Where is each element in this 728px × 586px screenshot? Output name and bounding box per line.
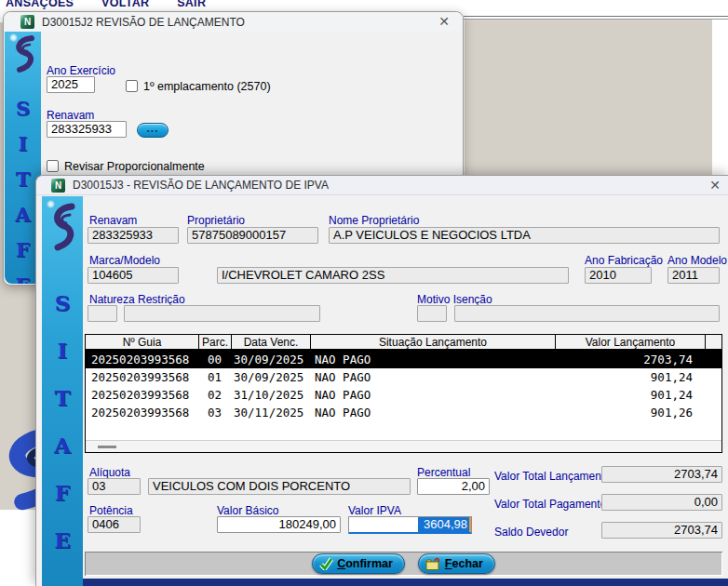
- ano-modelo-label: Ano Modelo: [667, 254, 727, 267]
- column-header-guia: Nº Guia: [86, 335, 199, 349]
- column-header-filler: [706, 335, 721, 349]
- window2-titlebar[interactable]: N D30015J3 - REVISÃO DE LANÇAMENTO DE IP…: [36, 176, 728, 195]
- table-hscrollbar[interactable]: [86, 440, 721, 452]
- folder-close-icon: [425, 557, 441, 571]
- nome-proprietario-label: Nome Proprietário: [329, 214, 419, 227]
- percentual-field[interactable]: 2,00: [417, 478, 490, 495]
- saldo-devedor-label: Saldo Devedor: [494, 526, 568, 539]
- valor-total-lancamento-label: Valor Total Lançamento: [494, 470, 611, 483]
- window2-close-icon[interactable]: ✕: [706, 177, 724, 194]
- proprietario-label: Proprietário: [187, 214, 245, 227]
- sitafe-swoosh-logo-icon: [7, 33, 39, 85]
- brand-letter: F: [16, 239, 30, 261]
- bottom-navy-strip: [83, 579, 728, 586]
- sitafe-sidebar-window2: S I T A F E: [42, 196, 83, 586]
- motivo-codigo-field[interactable]: [417, 305, 447, 322]
- brand-letter: I: [19, 133, 28, 155]
- valor-total-pagamento-label: Valor Total Pagamento: [494, 498, 606, 511]
- renavam-label: Renavam: [47, 109, 94, 122]
- marca-codigo-field[interactable]: 104605: [88, 267, 179, 284]
- column-header-data-venc: Data Venc.: [232, 335, 311, 349]
- valor-ipva-selected-text: 3604,98: [418, 517, 471, 532]
- ano-modelo-field[interactable]: 2011: [667, 267, 720, 284]
- valor-ipva-label: Valor IPVA: [348, 504, 401, 517]
- valor-basico-label: Valor Básico: [217, 504, 278, 517]
- renavam-lookup-button[interactable]: ...: [137, 123, 169, 138]
- table-row[interactable]: 20250203993568 03 30/11/2025 NAO PAGO 90…: [86, 404, 721, 421]
- ano-fabricacao-field[interactable]: 2010: [585, 267, 652, 284]
- button-bar: Confirmar Fechar: [85, 552, 722, 576]
- natureza-codigo-field[interactable]: [88, 305, 117, 322]
- column-header-valor: Valor Lançamento: [556, 335, 706, 349]
- menu-item-voltar[interactable]: VOLTAR: [101, 0, 149, 9]
- marca-descricao-field[interactable]: I/CHEVROLET CAMARO 2SS: [217, 267, 569, 284]
- check-icon: [319, 557, 333, 570]
- marca-modelo-label: Marca/Modelo: [89, 254, 160, 267]
- ano-exercicio-label: Ano Exercício: [47, 64, 115, 77]
- table-row[interactable]: 20250203993568 02 31/10/2025 NAO PAGO 90…: [86, 386, 721, 404]
- brand-letter: F: [55, 481, 70, 505]
- brand-letter: E: [54, 528, 71, 553]
- column-header-situacao: Situação Lançamento: [311, 335, 556, 349]
- hscrollbar-thumb[interactable]: [98, 446, 116, 448]
- renavam-label: Renavam: [89, 214, 137, 227]
- valor-total-pagamento-field[interactable]: 0,00: [601, 494, 722, 511]
- emplacamento-checkbox[interactable]: [126, 80, 138, 92]
- fechar-button[interactable]: Fechar: [418, 553, 495, 574]
- column-header-parc: Parc.: [199, 335, 232, 349]
- app-icon: N: [51, 179, 65, 193]
- revisar-proporcionalmente-checkbox[interactable]: [47, 160, 59, 172]
- table-empty-area: [86, 421, 721, 440]
- ano-exercicio-input[interactable]: 2025: [47, 76, 95, 93]
- nome-proprietario-field[interactable]: A.P VEICULOS E NEGOCIOS LTDA: [329, 227, 720, 244]
- window1-close-icon[interactable]: ✕: [435, 13, 453, 31]
- natureza-restricao-label: Natureza Restrição: [89, 293, 185, 306]
- aliquota-descricao-field[interactable]: VEICULOS COM DOIS PORCENTO: [148, 478, 411, 495]
- saldo-devedor-field[interactable]: 2703,74: [601, 522, 722, 539]
- window1-titlebar[interactable]: N D30015J2 REVISÃO DE LANÇAMENTO ✕: [4, 12, 463, 32]
- aliquota-codigo-field[interactable]: 03: [88, 478, 141, 495]
- natureza-descricao-field[interactable]: [124, 305, 320, 322]
- motivo-isencao-label: Motivo Isenção: [417, 293, 492, 306]
- menu-item-sair[interactable]: SAIR: [177, 0, 206, 9]
- percentual-label: Percentual: [417, 466, 470, 479]
- brand-letter: T: [16, 168, 31, 191]
- revisar-proporcionalmente-label: Revisar Proporcionalmente: [64, 160, 205, 173]
- window1-title: D30015J2 REVISÃO DE LANÇAMENTO: [42, 16, 245, 29]
- valor-ipva-field[interactable]: 3604,98: [348, 516, 472, 534]
- brand-letter: S: [16, 98, 30, 120]
- valor-total-lancamento-field[interactable]: 2703,74: [601, 466, 722, 483]
- brand-letter: S: [55, 291, 71, 315]
- main-menubar: ANSAÇÕES VOLTAR SAIR: [6, 0, 206, 10]
- aliquota-label: Alíquota: [89, 466, 130, 479]
- brand-letter: A: [54, 433, 71, 458]
- potencia-label: Potência: [89, 504, 133, 517]
- brand-letter: E: [15, 274, 30, 284]
- confirmar-button[interactable]: Confirmar: [312, 553, 405, 574]
- glint-decoration: [9, 33, 18, 42]
- menu-item-transacoes[interactable]: ANSAÇÕES: [6, 0, 74, 9]
- table-row[interactable]: 20250203993568 00 30/09/2025 NAO PAGO 27…: [86, 351, 721, 368]
- motivo-descricao-field[interactable]: [454, 305, 720, 322]
- app-icon: N: [20, 15, 34, 29]
- table-header-row: Nº Guia Parc. Data Venc. Situação Lançam…: [86, 335, 721, 351]
- table-row[interactable]: 20250203993568 01 30/09/2025 NAO PAGO 90…: [86, 368, 721, 386]
- window2-title: D30015J3 - REVISÃO DE LANÇAMENTO DE IPVA: [73, 179, 329, 192]
- brand-letter: A: [15, 204, 30, 226]
- lancamentos-table: Nº Guia Parc. Data Venc. Situação Lançam…: [85, 334, 722, 453]
- potencia-field[interactable]: 0406: [88, 516, 141, 533]
- brand-letter: I: [58, 339, 68, 363]
- sitafe-swoosh-logo-icon: [45, 200, 80, 268]
- emplacamento-checkbox-label: 1º emplacamento (2570): [143, 80, 271, 93]
- valor-basico-field[interactable]: 180249,00: [217, 516, 341, 533]
- ano-fabricacao-label: Ano Fabricação: [585, 254, 663, 267]
- desktop-background-right: [465, 20, 712, 175]
- renavam-field[interactable]: 283325933: [88, 227, 179, 244]
- brand-letter: T: [54, 386, 70, 410]
- glint-decoration: [47, 200, 55, 208]
- window-revisao-lancamento-ipva: N D30015J3 - REVISÃO DE LANÇAMENTO DE IP…: [35, 175, 728, 586]
- proprietario-field[interactable]: 57875089000157: [187, 227, 318, 244]
- renavam-input[interactable]: 283325933: [47, 121, 127, 138]
